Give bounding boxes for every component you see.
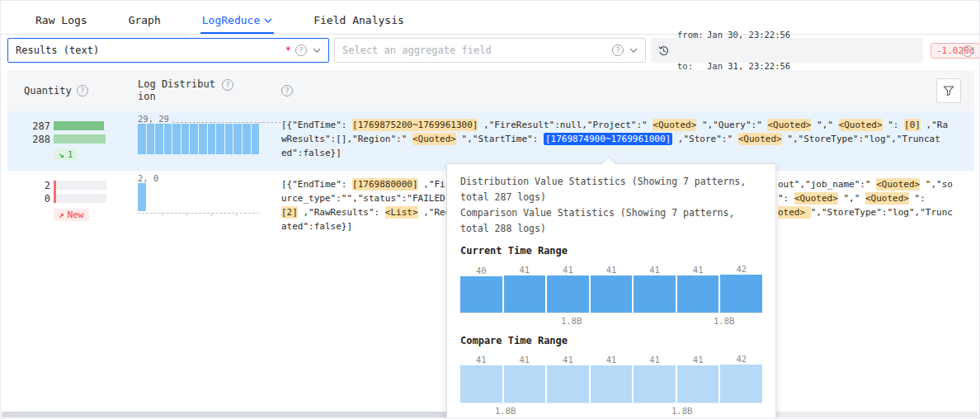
to-value: Jan 31, 23:22:56 — [707, 61, 790, 71]
log-token[interactable]: [1769880000] — [352, 178, 417, 191]
tab-field-analysis[interactable]: Field Analysis — [312, 7, 406, 34]
quantity-help-icon[interactable] — [77, 85, 88, 97]
axis-tick-label: 1.8B — [714, 316, 734, 326]
distribution-bar[interactable] — [181, 124, 190, 154]
distribution-bar[interactable] — [164, 124, 172, 154]
histogram-bar — [460, 365, 502, 403]
log-pattern-row[interactable]: 287 288 ↘ 1 29, 29 [{"EndTime": [1769875… — [7, 111, 974, 171]
tab-bar: Raw Logs Graph LogReduce Field Analysis — [1, 1, 979, 35]
log-token[interactable]: oted> — [778, 206, 811, 219]
chevron-down-icon — [313, 48, 321, 53]
axis-tick-label: 1.8B — [671, 406, 692, 416]
distribution-bar[interactable] — [155, 124, 163, 154]
current-range-title: Current Time Range — [460, 245, 762, 257]
histogram-column[interactable]: 40 — [460, 266, 502, 313]
distribution-bar[interactable] — [225, 124, 233, 154]
distribution-bar[interactable] — [138, 124, 146, 154]
history-clock-icon — [657, 45, 670, 57]
distribution-help-icon[interactable] — [222, 79, 233, 91]
trend-badge[interactable]: ↗ New — [54, 209, 89, 221]
log-token[interactable]: <List> — [385, 206, 418, 219]
time-range-picker[interactable]: from:Jan 30, 23:22:56 to:Jan 31, 23:22:5… — [651, 38, 923, 63]
log-token[interactable]: [1769875200~1769961300] — [352, 119, 478, 131]
tab-raw-logs[interactable]: Raw Logs — [34, 7, 89, 34]
histogram-column[interactable]: 41 — [504, 265, 546, 313]
bar-value-label: 42 — [736, 354, 747, 364]
bar-value-label: 40 — [476, 266, 487, 275]
trend-badge[interactable]: ↘ 1 — [54, 148, 78, 161]
log-token[interactable]: <Quoted> — [738, 133, 782, 145]
distribution-label: 29, 29 — [138, 114, 169, 124]
quantity-bar-compare — [54, 134, 106, 144]
log-text: ","StartTime": — [456, 134, 544, 144]
log-token[interactable]: [1769874900~1769961000] — [544, 133, 672, 145]
log-token[interactable]: <Quoted> — [767, 119, 811, 131]
distribution-bar[interactable] — [172, 124, 181, 154]
histogram-column[interactable]: 41 — [634, 355, 676, 403]
histogram-column[interactable]: 41 — [460, 355, 502, 403]
trend-value: 1 — [68, 149, 73, 160]
tab-logreduce[interactable]: LogReduce — [200, 7, 274, 34]
distribution-bar[interactable] — [190, 124, 198, 154]
distribution-bar[interactable] — [233, 124, 242, 154]
distribution-summary: Distribution Value Statistics (Showing 7… — [460, 174, 762, 205]
scrollbar-thumb[interactable] — [2, 412, 451, 417]
histogram-column[interactable]: 42 — [720, 264, 762, 313]
histogram-column[interactable]: 41 — [677, 265, 719, 313]
aggregate-help-icon[interactable] — [612, 45, 624, 56]
distribution-bar[interactable] — [243, 124, 251, 154]
log-content: [{"EndTime": [1769875200~1769961300] ,"F… — [281, 118, 969, 160]
distribution-sparkline[interactable] — [138, 183, 259, 211]
bar-value-label: 41 — [520, 265, 530, 275]
quantity-values: 2 0 — [19, 179, 50, 205]
histogram-column[interactable]: 41 — [504, 355, 546, 403]
distribution-bar[interactable] — [252, 124, 260, 154]
log-text: ed":false}] — [281, 148, 342, 158]
log-token[interactable]: [0] — [904, 119, 921, 131]
offset-help-icon[interactable] — [962, 45, 973, 57]
filter-button[interactable] — [936, 78, 961, 103]
log-text: ","StoreType":"log","Trunc — [811, 207, 953, 218]
log-token[interactable]: <Quoted> — [839, 119, 883, 131]
histogram-bar — [460, 276, 502, 313]
distribution-bar[interactable] — [147, 124, 155, 154]
distribution-bar[interactable] — [208, 124, 216, 154]
comparison-summary: Comparison Value Statistics (Showing 7 p… — [460, 205, 762, 237]
histogram-column[interactable]: 41 — [547, 265, 589, 313]
distribution-baseline-dashline — [138, 213, 259, 216]
log-token[interactable]: <Quoted> — [653, 119, 696, 131]
histogram-column[interactable]: 41 — [591, 265, 633, 313]
log-text: "," — [811, 120, 838, 130]
histogram-bar — [677, 365, 719, 403]
histogram-column[interactable]: 41 — [677, 355, 719, 403]
bar-value-label: 41 — [563, 355, 573, 365]
log-text: ,"FireResult":null,"Project":" — [478, 120, 653, 130]
distribution-bar[interactable] — [199, 124, 207, 154]
distribution-bar[interactable] — [138, 183, 146, 211]
log-token[interactable]: <Quoted> — [412, 133, 456, 145]
from-value: Jan 30, 23:22:56 — [707, 30, 790, 40]
histogram-column[interactable]: 41 — [547, 355, 589, 403]
histogram-column[interactable]: 42 — [720, 354, 762, 403]
chevron-down-icon — [629, 48, 638, 53]
results-select[interactable]: Results (text) * — [7, 38, 329, 63]
log-token[interactable]: <Quoted> — [876, 178, 920, 191]
aggregate-field-select[interactable]: Select an aggregate field — [334, 38, 646, 63]
trend-down-arrow-icon: ↘ — [59, 149, 64, 160]
log-token[interactable]: <Quoted> — [794, 192, 838, 205]
content-help-icon[interactable] — [281, 85, 293, 97]
histogram-column[interactable]: 41 — [591, 355, 633, 403]
log-token[interactable]: <Quoted> — [865, 192, 909, 205]
log-text: ,"Store":" — [672, 134, 737, 144]
distribution-max-dashline — [172, 122, 281, 123]
current-range-chart: 40414141414142 — [460, 261, 762, 313]
histogram-column[interactable]: 41 — [634, 265, 676, 313]
distribution-sparkline[interactable] — [138, 124, 259, 154]
logreduce-page: Raw Logs Graph LogReduce Field Analysis … — [0, 0, 980, 419]
tab-graph[interactable]: Graph — [127, 7, 163, 34]
quantity-compare: 0 — [19, 192, 50, 205]
results-help-icon[interactable] — [295, 45, 307, 56]
distribution-bar[interactable] — [216, 124, 224, 154]
log-token[interactable]: [2] — [281, 206, 298, 219]
histogram-bar — [720, 275, 762, 313]
